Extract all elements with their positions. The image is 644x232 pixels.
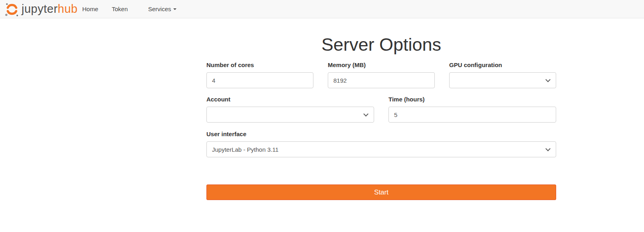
account-select[interactable] (206, 107, 374, 123)
nav-item-token[interactable]: Token (112, 0, 128, 18)
memory-input[interactable] (328, 72, 435, 88)
nav-item-home[interactable]: Home (82, 0, 98, 18)
chevron-down-icon (545, 77, 551, 82)
time-hours-input[interactable] (388, 107, 556, 123)
nav-item-services[interactable]: Services (148, 0, 176, 18)
gpu-configuration-label: GPU configuration (449, 61, 556, 68)
jupyterhub-logo[interactable]: jupyterhub (5, 0, 77, 18)
start-button[interactable]: Start (206, 184, 556, 200)
navbar: jupyterhub Home Token Services (0, 0, 644, 18)
gpu-configuration-select[interactable] (449, 72, 556, 88)
page-title: Server Options (206, 34, 556, 55)
user-interface-select[interactable]: JupyterLab - Python 3.11 (206, 141, 556, 157)
account-label: Account (206, 96, 374, 103)
number-of-cores-label: Number of cores (206, 61, 313, 68)
number-of-cores-input[interactable] (206, 72, 313, 88)
brand-text-jupyter: jupyter (22, 2, 58, 15)
time-hours-label: Time (hours) (388, 96, 556, 103)
memory-label: Memory (MB) (328, 61, 435, 68)
user-interface-label: User interface (206, 131, 556, 137)
user-interface-value: JupyterLab - Python 3.11 (212, 146, 551, 153)
nav-item-services-label: Services (148, 6, 171, 12)
jupyter-logo-icon (5, 2, 22, 17)
chevron-down-icon (363, 111, 369, 117)
caret-down-icon (173, 8, 176, 10)
brand-text-hub: hub (58, 2, 78, 15)
